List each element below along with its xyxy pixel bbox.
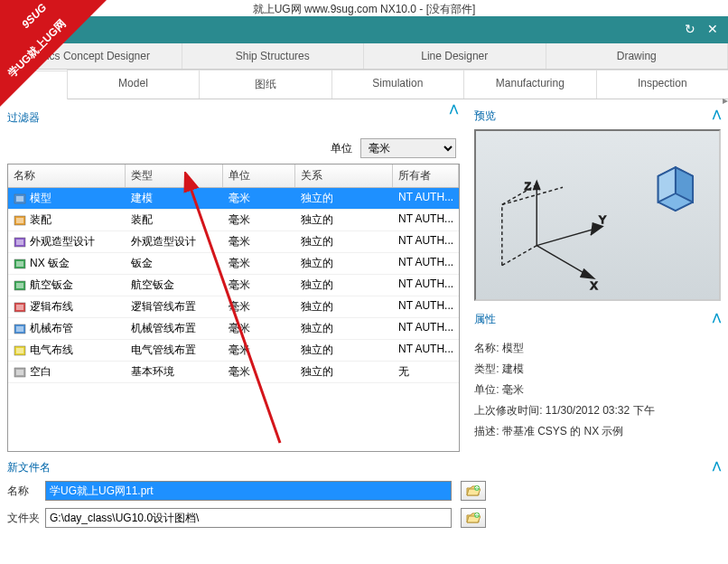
col-relation[interactable]: 关系 xyxy=(295,164,393,187)
svg-rect-14 xyxy=(16,326,23,332)
svg-line-26 xyxy=(502,246,537,266)
table-row[interactable]: 机械布管机械管线布置毫米独立的NT AUTH... xyxy=(8,318,459,340)
svg-rect-8 xyxy=(16,261,23,267)
collapse-footer-icon[interactable]: ⋀ xyxy=(713,460,721,475)
svg-line-27 xyxy=(502,184,537,204)
prop-desc: 描述: 带基准 CSYS 的 NX 示例 xyxy=(474,421,721,442)
col-unit[interactable]: 单位 xyxy=(223,164,295,187)
tab-ship-structures[interactable]: Ship Structures xyxy=(182,43,365,69)
ribbon-bar: ↻ ✕ xyxy=(0,16,728,43)
svg-text:Z: Z xyxy=(525,181,531,192)
row-icon xyxy=(14,237,26,248)
tab-inspection[interactable]: Inspection xyxy=(596,70,728,99)
tab-concept-designer[interactable]: ronics Concept Designer xyxy=(0,43,182,69)
restore-icon[interactable]: ↻ xyxy=(682,22,698,38)
tab-model[interactable]: Model xyxy=(67,70,200,99)
tab-simulation[interactable]: Simulation xyxy=(331,70,464,99)
grid-header: 名称 类型 单位 关系 所有者 xyxy=(8,164,459,188)
prop-unit: 单位: 毫米 xyxy=(474,380,721,400)
svg-text:Y: Y xyxy=(599,214,606,225)
new-file-title: 新文件名 xyxy=(7,460,51,475)
filename-input[interactable] xyxy=(45,481,452,501)
table-row[interactable]: 空白基本环境毫米独立的无 xyxy=(8,362,459,383)
table-row[interactable]: 外观造型设计外观造型设计毫米独立的NT AUTH... xyxy=(8,231,459,253)
row-icon xyxy=(14,193,26,204)
folder-open-icon xyxy=(466,512,481,524)
folder-input[interactable] xyxy=(45,508,452,528)
preview-box: Z X Y xyxy=(474,129,721,301)
folder-label: 文件夹 xyxy=(7,511,45,526)
svg-rect-10 xyxy=(16,283,23,288)
col-name[interactable]: 名称 xyxy=(8,164,126,187)
prop-name: 名称: 模型 xyxy=(474,338,721,359)
tab-active-blank[interactable] xyxy=(0,70,68,99)
window-title-bar: 就上UG网 www.9sug.com NX10.0 - [没有部件] xyxy=(0,0,728,16)
unit-select[interactable]: 毫米 xyxy=(360,138,456,158)
preview-title: 预览 xyxy=(474,108,496,124)
svg-rect-4 xyxy=(16,218,23,223)
tab-drawing[interactable]: Drawing xyxy=(546,43,729,69)
secondary-tabs: Model 图纸 Simulation Manufacturing Inspec… xyxy=(0,70,728,99)
property-list: 名称: 模型 类型: 建模 单位: 毫米 上次修改时间: 11/30/2012 … xyxy=(474,333,721,442)
svg-rect-6 xyxy=(16,240,23,245)
col-type[interactable]: 类型 xyxy=(126,164,223,187)
collapse-left-icon[interactable]: ⋀ xyxy=(450,103,458,115)
row-icon xyxy=(14,345,26,356)
row-icon xyxy=(14,367,26,378)
name-label: 名称 xyxy=(7,484,45,499)
browse-folder-button[interactable] xyxy=(461,508,486,528)
svg-rect-12 xyxy=(16,305,23,310)
table-row[interactable]: 模型建模毫米独立的NT AUTH... xyxy=(8,188,459,210)
row-icon xyxy=(14,302,26,313)
prop-modified: 上次修改时间: 11/30/2012 03:32 下午 xyxy=(474,400,721,421)
collapse-preview-icon[interactable]: ⋀ xyxy=(713,108,721,124)
svg-line-24 xyxy=(537,228,597,245)
browse-name-button[interactable] xyxy=(461,481,486,501)
row-icon xyxy=(14,324,26,334)
prop-type: 类型: 建模 xyxy=(474,359,721,380)
template-grid: 名称 类型 单位 关系 所有者 模型建模毫米独立的NT AUTH...装配装配毫… xyxy=(7,164,460,452)
tab-drawing2[interactable]: 图纸 xyxy=(199,70,331,99)
svg-rect-2 xyxy=(16,196,23,202)
row-icon xyxy=(14,258,26,269)
svg-line-29 xyxy=(502,187,563,204)
unit-label: 单位 xyxy=(331,142,352,155)
svg-text:X: X xyxy=(591,280,598,291)
svg-line-22 xyxy=(537,246,589,277)
row-icon xyxy=(14,215,26,226)
table-row[interactable]: 逻辑布线逻辑管线布置毫米独立的NT AUTH... xyxy=(8,296,459,318)
svg-rect-18 xyxy=(16,370,23,375)
filter-section-label: 过滤器 xyxy=(7,107,460,133)
unit-row: 单位 毫米 xyxy=(7,133,460,164)
expand-right-icon[interactable]: ▸ xyxy=(723,94,728,107)
collapse-props-icon[interactable]: ⋀ xyxy=(713,312,721,327)
col-owner[interactable]: 所有者 xyxy=(393,164,459,187)
table-row[interactable]: 航空钣金航空钣金毫米独立的NT AUTH... xyxy=(8,275,459,296)
table-row[interactable]: 电气布线电气管线布置毫米独立的NT AUTH... xyxy=(8,340,459,362)
tab-manufacturing[interactable]: Manufacturing xyxy=(463,70,596,99)
row-icon xyxy=(14,280,26,291)
folder-open-icon xyxy=(466,484,481,497)
table-row[interactable]: NX 钣金钣金毫米独立的NT AUTH... xyxy=(8,253,459,275)
table-row[interactable]: 装配装配毫米独立的NT AUTH... xyxy=(8,210,459,231)
tab-line-designer[interactable]: Line Designer xyxy=(364,43,546,69)
svg-rect-16 xyxy=(16,348,23,353)
close-icon[interactable]: ✕ xyxy=(705,22,721,38)
primary-tabs: ronics Concept Designer Ship Structures … xyxy=(0,43,728,70)
props-title: 属性 xyxy=(474,312,496,327)
